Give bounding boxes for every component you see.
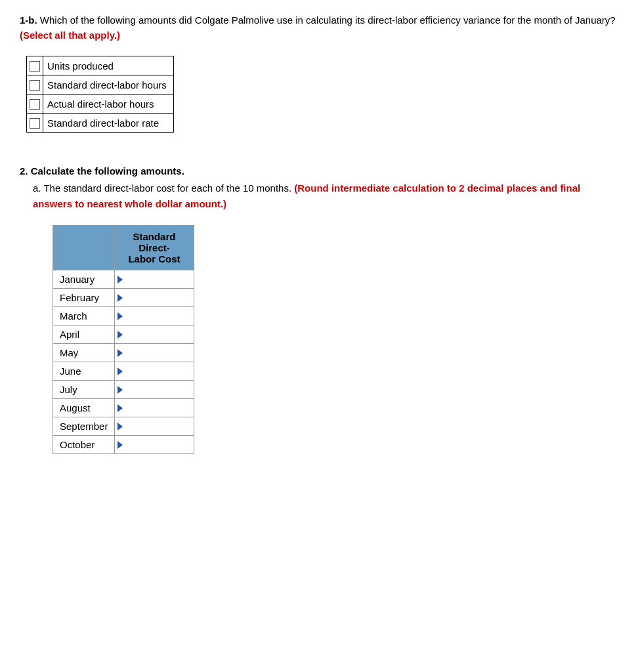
input-arrow-august xyxy=(117,404,123,412)
question-1b-number: 1-b. xyxy=(20,14,37,26)
table-row: May xyxy=(53,344,194,362)
table-row: April xyxy=(53,326,194,344)
question-1b-body: Which of the following amounts did Colga… xyxy=(40,14,616,26)
input-arrow-june xyxy=(117,368,123,375)
table-row: June xyxy=(53,362,194,381)
value-cell-april[interactable] xyxy=(115,326,194,344)
table-row: July xyxy=(53,381,194,399)
month-cell-march: March xyxy=(53,307,115,326)
value-cell-may[interactable] xyxy=(115,344,194,362)
checkbox-row: Standard direct-labor rate xyxy=(27,114,174,133)
checkbox-label-3: Standard direct-labor rate xyxy=(43,114,174,133)
input-arrow-march xyxy=(117,312,123,320)
col-header-line3: Labor Cost xyxy=(128,253,180,264)
table-row: January xyxy=(53,270,194,289)
month-cell-july: July xyxy=(53,381,115,399)
question-2-header: 2. Calculate the following amounts. xyxy=(20,165,618,177)
value-cell-march[interactable] xyxy=(115,307,194,326)
question-2a-prefix: a. The standard direct-labor cost for ea… xyxy=(33,182,291,194)
table-row: August xyxy=(53,399,194,417)
value-cell-september[interactable] xyxy=(115,417,194,436)
month-cell-may: May xyxy=(53,344,115,362)
table-row: October xyxy=(53,436,194,454)
checkbox-cell[interactable] xyxy=(27,94,43,114)
input-arrow-october xyxy=(117,441,123,449)
checkbox-2[interactable] xyxy=(30,99,40,110)
checkbox-0[interactable] xyxy=(30,61,40,72)
value-cell-october[interactable] xyxy=(115,436,194,454)
month-cell-september: September xyxy=(53,417,115,436)
month-cell-june: June xyxy=(53,362,115,381)
checkbox-3[interactable] xyxy=(30,118,40,129)
input-arrow-april xyxy=(117,331,123,339)
question-1b-highlight: (Select all that apply.) xyxy=(20,30,120,41)
month-cell-october: October xyxy=(53,436,115,454)
month-cell-february: February xyxy=(53,289,115,307)
checkbox-table: Units producedStandard direct-labor hour… xyxy=(26,56,174,133)
month-cell-august: August xyxy=(53,399,115,417)
month-cell-april: April xyxy=(53,326,115,344)
checkbox-row: Standard direct-labor hours xyxy=(27,75,174,94)
value-cell-january[interactable] xyxy=(115,270,194,289)
value-cell-june[interactable] xyxy=(115,362,194,381)
input-arrow-january xyxy=(117,276,123,284)
checkbox-cell[interactable] xyxy=(27,114,43,133)
value-cell-august[interactable] xyxy=(115,399,194,417)
checkbox-cell[interactable] xyxy=(27,75,43,94)
month-cell-january: January xyxy=(53,270,115,289)
table-col-header: Standard Direct- Labor Cost xyxy=(115,226,194,270)
question-2-header-text: Calculate the following amounts. xyxy=(31,165,184,177)
question-2-number: 2. xyxy=(20,165,28,177)
value-cell-july[interactable] xyxy=(115,381,194,399)
question-1b: 1-b. Which of the following amounts did … xyxy=(20,13,618,133)
checkbox-row: Units produced xyxy=(27,56,174,75)
checkbox-row: Actual direct-labor hours xyxy=(27,94,174,114)
checkbox-label-2: Actual direct-labor hours xyxy=(43,94,174,114)
table-row: March xyxy=(53,307,194,326)
checkbox-cell[interactable] xyxy=(27,56,43,75)
col-header-line2: Direct- xyxy=(138,242,170,253)
data-table: Standard Direct- Labor Cost JanuaryFebru… xyxy=(53,225,194,454)
col-header-line1: Standard xyxy=(133,231,175,242)
value-cell-february[interactable] xyxy=(115,289,194,307)
table-row: February xyxy=(53,289,194,307)
table-row: September xyxy=(53,417,194,436)
checkbox-label-0: Units produced xyxy=(43,56,174,75)
question-1b-text: 1-b. Which of the following amounts did … xyxy=(20,13,618,43)
checkbox-1[interactable] xyxy=(30,80,40,91)
table-empty-header xyxy=(53,226,115,270)
question-2a-text: a. The standard direct-labor cost for ea… xyxy=(33,180,618,212)
checkbox-label-1: Standard direct-labor hours xyxy=(43,75,174,94)
input-arrow-may xyxy=(117,349,123,357)
question-2: 2. Calculate the following amounts. a. T… xyxy=(20,165,618,454)
input-arrow-february xyxy=(117,294,123,302)
input-arrow-september xyxy=(117,423,123,430)
input-arrow-july xyxy=(117,386,123,394)
